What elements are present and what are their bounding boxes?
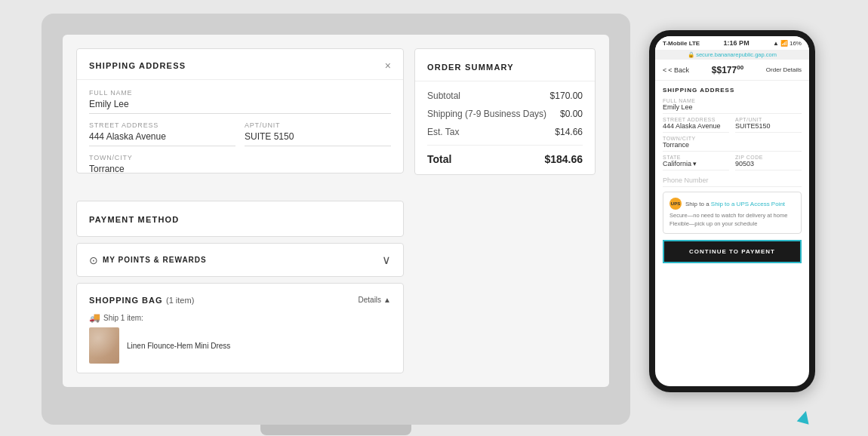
carrier-text: T-Mobile LTE — [663, 40, 700, 47]
details-link[interactable]: Details ▲ — [359, 296, 391, 304]
town-city-value[interactable]: Torrance — [89, 164, 391, 173]
phone-state-value: California — [663, 160, 691, 167]
phone-continue-to-payment-button[interactable]: CONTINUE TO PAYMENT — [663, 240, 802, 263]
price-integer: $177 — [716, 65, 737, 75]
phone-full-name-value[interactable]: Emily Lee — [663, 103, 802, 114]
tax-row: Est. Tax $14.66 — [427, 127, 583, 137]
points-left: ⊙ MY POINTS & REWARDS — [89, 254, 207, 266]
phone-arrow-icon: ▲ — [792, 402, 818, 431]
time-text: 1:16 PM — [724, 39, 749, 47]
order-summary-title: ORDER SUMMARY — [427, 63, 514, 72]
close-button[interactable]: × — [385, 60, 391, 72]
shipping-address-panel: SHIPPING ADDRESS × FULL NAME Emily Lee S… — [76, 48, 404, 173]
tax-label: Est. Tax — [427, 127, 459, 137]
apt-unit-value[interactable]: SUITE 5150 — [245, 131, 391, 146]
phone-apt-group: APT/UNIT SUITE5150 — [735, 117, 802, 136]
phone-town-label: TOWN/CITY — [663, 136, 802, 141]
phone-apt-value[interactable]: SUITE5150 — [735, 122, 802, 133]
shipping-label: Shipping (7-9 Business Days) — [427, 109, 546, 119]
expand-up-icon: ▲ — [383, 296, 391, 304]
phone-state-label: STATE — [663, 155, 729, 160]
item-row: Linen Flounce-Hem Mini Dress — [89, 327, 391, 364]
full-name-value[interactable]: Emily Lee — [89, 99, 391, 114]
apt-unit-field: APT/UNIT SUITE 5150 — [245, 121, 391, 146]
back-chevron-icon: < — [663, 66, 666, 74]
phone-state-select[interactable]: California ▾ — [663, 160, 729, 170]
phone-state-zip-row: STATE California ▾ ZIP CODE 90503 — [663, 155, 802, 173]
shipping-value: $0.00 — [560, 109, 583, 119]
phone-zip-value[interactable]: 90503 — [735, 160, 802, 170]
ship-label: 🚚 Ship 1 item: — [89, 312, 391, 323]
points-circle-icon: ⊙ — [89, 254, 98, 266]
wifi-icon: 📶 — [780, 40, 788, 47]
phone-street-value[interactable]: 444 Alaska Avenue — [663, 122, 729, 133]
total-value: $184.66 — [544, 153, 583, 165]
total-row: Total $184.66 — [427, 153, 583, 165]
item-name: Linen Flounce-Hem Mini Dress — [127, 342, 230, 350]
item-thumbnail — [89, 327, 119, 364]
ship-icon: 🚚 — [89, 312, 100, 323]
ups-logo: UPS — [669, 198, 682, 210]
points-rewards-label: MY POINTS & REWARDS — [103, 256, 207, 264]
phone-shipping-address-title: SHIPPING ADDRESS — [663, 87, 802, 94]
phone-zip-label: ZIP CODE — [735, 155, 802, 160]
price-cents: 00 — [737, 64, 743, 71]
details-label: Details — [359, 296, 382, 304]
url-text: secure.bananarepublic.gap.com — [696, 51, 777, 58]
shipping-row: Shipping (7-9 Business Days) $0.00 — [427, 109, 583, 119]
phone-zip-group: ZIP CODE 90503 — [735, 155, 802, 173]
apt-unit-label: APT/UNIT — [245, 121, 391, 129]
shipping-address-title: SHIPPING ADDRESS — [89, 61, 186, 70]
phone-street-apt-row: STREET ADDRESS 444 Alaska Avenue APT/UNI… — [663, 117, 802, 136]
payment-method-title: PAYMENT METHOD — [89, 215, 179, 224]
ups-link-text: Ship to a UPS Access Point — [711, 201, 785, 207]
phone-town-value[interactable]: Torrance — [663, 141, 802, 152]
phone-wrapper: T-Mobile LTE 1:16 PM ▲ 📶 16% 🔒 secure.ba… — [649, 30, 823, 422]
phone-phone-placeholder[interactable]: Phone Number — [663, 177, 802, 187]
bag-header: SHOPPING BAG (1 item) Details ▲ — [89, 293, 391, 306]
shipping-address-header: SHIPPING ADDRESS × — [77, 49, 403, 80]
subtotal-value: $170.00 — [550, 91, 583, 101]
phone-street-label: STREET ADDRESS — [663, 117, 729, 122]
subtotal-row: Subtotal $170.00 — [427, 91, 583, 101]
summary-body: Subtotal $170.00 Shipping (7-9 Business … — [415, 81, 595, 174]
ups-link[interactable]: Ship to a Ship to a UPS Access Point — [685, 201, 785, 207]
phone-nav: < < Back $$17700 Order Details — [655, 60, 809, 81]
bag-title-group: SHOPPING BAG (1 item) — [89, 293, 194, 306]
laptop: SHIPPING ADDRESS × FULL NAME Emily Lee S… — [42, 14, 630, 425]
phone-street-group: STREET ADDRESS 444 Alaska Avenue — [663, 117, 729, 136]
battery-text: ▲ 📶 16% — [773, 40, 802, 47]
signal-icon: ▲ — [773, 40, 779, 47]
street-apt-row: STREET ADDRESS 444 Alaska Avenue APT/UNI… — [89, 121, 391, 146]
ups-desc-line1: Secure—no need to watch for delivery at … — [669, 212, 795, 220]
full-name-field: FULL NAME Emily Lee — [89, 89, 391, 114]
phone-back-button[interactable]: < < Back — [663, 66, 689, 74]
left-column: SHIPPING ADDRESS × FULL NAME Emily Lee S… — [76, 48, 404, 373]
scene: SHIPPING ADDRESS × FULL NAME Emily Lee S… — [0, 0, 868, 436]
order-summary-header: ORDER SUMMARY — [415, 49, 595, 81]
bag-count: (1 item) — [166, 296, 194, 305]
summary-divider — [427, 145, 583, 146]
points-rewards-panel[interactable]: ⊙ MY POINTS & REWARDS ∨ — [76, 243, 404, 277]
tax-value: $14.66 — [555, 127, 583, 137]
phone-content: SHIPPING ADDRESS FULL NAME Emily Lee STR… — [655, 81, 809, 370]
phone-status-bar: T-Mobile LTE 1:16 PM ▲ 📶 16% — [655, 36, 809, 50]
town-city-label: TOWN/CITY — [89, 154, 391, 161]
back-label: < Back — [668, 66, 689, 74]
street-address-value[interactable]: 444 Alaska Avenue — [89, 131, 235, 146]
subtotal-label: Subtotal — [427, 91, 460, 101]
laptop-screen: SHIPPING ADDRESS × FULL NAME Emily Lee S… — [63, 35, 609, 387]
laptop-base — [260, 425, 411, 435]
phone-apt-label: APT/UNIT — [735, 117, 802, 122]
phone-chevron-down-icon: ▾ — [693, 160, 697, 167]
ups-desc-line2: Flexible—pick up on your schedule — [669, 220, 795, 229]
ship-text: Ship 1 item: — [103, 314, 143, 322]
ups-header: UPS Ship to a Ship to a UPS Access Point — [669, 198, 795, 210]
chevron-down-icon: ∨ — [382, 253, 391, 267]
order-summary-panel: ORDER SUMMARY Subtotal $170.00 Shipping … — [414, 48, 596, 175]
total-label: Total — [427, 153, 451, 165]
phone-order-details-link[interactable]: Order Details — [766, 66, 802, 73]
town-city-field: TOWN/CITY Torrance — [89, 154, 391, 173]
bag-title: SHOPPING BAG — [89, 296, 163, 305]
phone-full-name-label: FULL NAME — [663, 98, 802, 103]
